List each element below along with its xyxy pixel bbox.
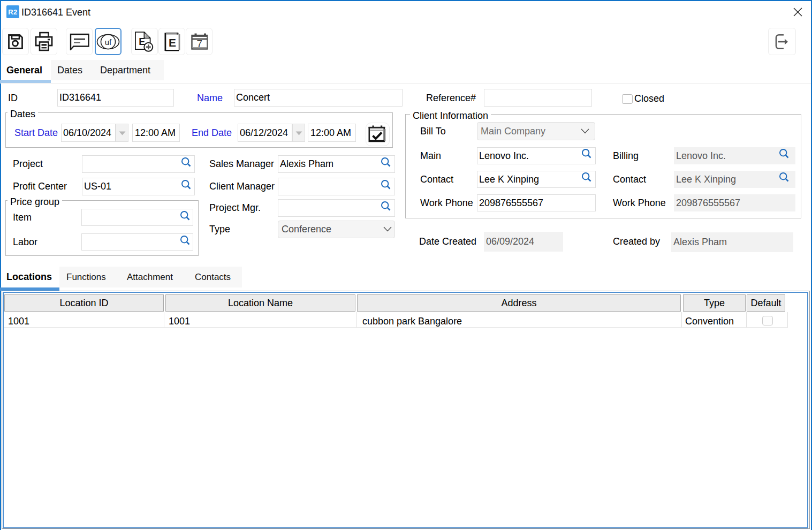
svg-text:E: E: [169, 36, 176, 48]
svg-text:7: 7: [196, 38, 202, 49]
svg-text:uf: uf: [105, 37, 112, 46]
